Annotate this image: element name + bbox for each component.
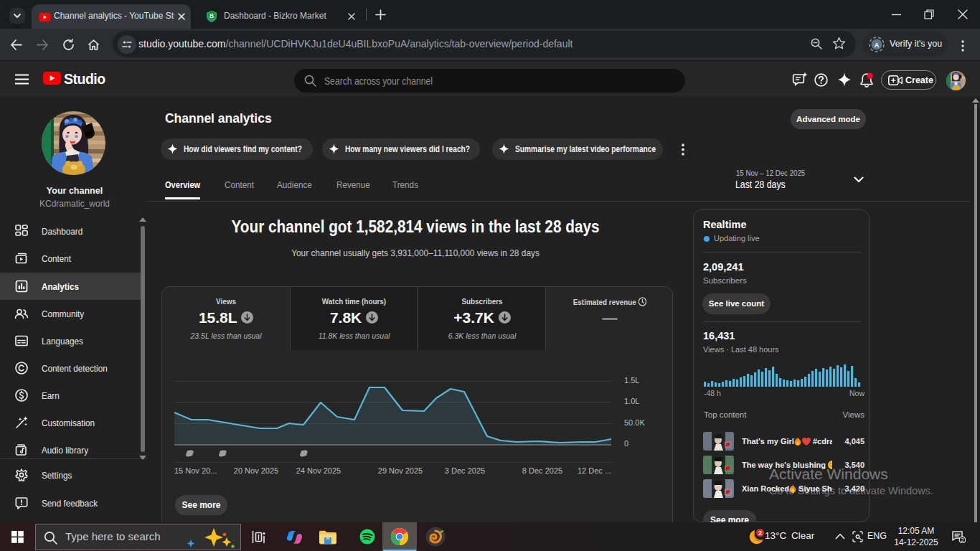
svg-text:2: 2	[961, 537, 963, 543]
svg-text:B: B	[209, 12, 214, 19]
svg-text:2: 2	[758, 529, 762, 537]
svg-text:A: A	[875, 41, 880, 48]
